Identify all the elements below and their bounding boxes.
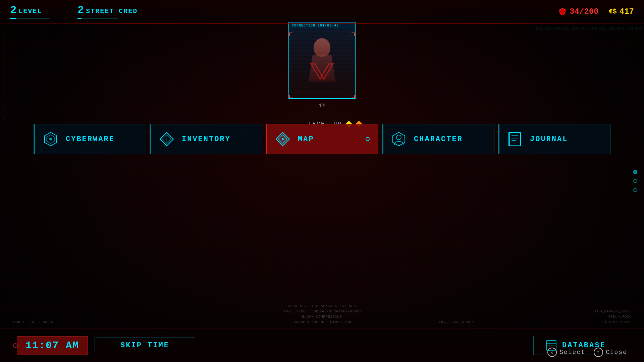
svg-point-9	[282, 138, 284, 140]
footer-right-data: OPEN_N.ROOM SYSTEM_PENDING	[594, 314, 631, 325]
street-cred-label: STREET CRED	[86, 7, 138, 15]
street-cred-number: 2	[77, 4, 84, 16]
left-edge-decoration: 1010 0101 1100 0011 1010 0101 1100 0011 …	[2, 34, 12, 328]
binary-text-right: 1010 0101 1100 0011 1010 0101 1100 0011 …	[535, 27, 642, 32]
footer-info-left: MODEL LINE L200/A	[13, 320, 53, 325]
cyberware-button[interactable]: CYBERWARE	[34, 124, 146, 154]
footer-center: PARA WIRE : BLACKJACK-441-BSA TRAIL TYPE…	[282, 304, 362, 325]
health-display: 34/200	[558, 7, 598, 16]
close-label: Close	[606, 349, 627, 356]
model-line-text: MODEL LINE L200/A	[13, 320, 53, 325]
portrait-percent: 1%	[288, 103, 356, 109]
select-label: Select	[559, 349, 585, 356]
character-button[interactable]: CHARACTER	[382, 124, 494, 154]
time-display: 11:07 AM	[17, 336, 88, 355]
bottom-controls: ✕ Select ○ Close	[547, 348, 627, 357]
footer-trn: TRN_TLCAS_R0R051	[439, 320, 476, 325]
map-button[interactable]: MAP	[266, 124, 378, 154]
select-control: ✕ Select	[547, 348, 585, 357]
street-cred-progress-bar	[77, 18, 118, 19]
binary-text-left: 1010 0101 1100 0011 1010 0101 1100 0011 …	[2, 34, 5, 136]
edge-dot-3	[633, 188, 637, 192]
money-icon: €$	[609, 8, 617, 15]
journal-label: JOURNAL	[530, 135, 568, 143]
inventory-label: INVENTORY	[182, 135, 231, 143]
corner-tr	[352, 33, 355, 36]
close-icon[interactable]: ○	[594, 348, 603, 357]
health-value: 34/200	[570, 7, 598, 16]
street-cred-progress-fill	[77, 18, 82, 19]
character-label: CHARACTER	[414, 135, 463, 143]
cyberware-icon	[42, 131, 59, 147]
skip-time-button[interactable]: SKIP TIME	[95, 338, 195, 353]
edge-dot-2	[633, 179, 637, 183]
corner-bl	[289, 95, 292, 98]
right-edge-dots	[633, 170, 637, 192]
money-display: €$ 417	[609, 7, 634, 16]
corner-br	[352, 95, 355, 98]
map-label: MAP	[298, 135, 314, 143]
level-label: LEVEL	[18, 7, 42, 15]
menu-row: CYBERWARE INVENTORY MAP CHARACTER	[34, 124, 610, 154]
inventory-icon	[158, 131, 175, 147]
svg-point-2	[49, 138, 52, 140]
footer-center-text: PARA WIRE : BLACKJACK-441-BSA TRAIL TYPE…	[282, 304, 362, 325]
map-active-dot	[366, 137, 370, 141]
close-control: ○ Close	[594, 348, 627, 357]
inventory-button[interactable]: INVENTORY	[150, 124, 262, 154]
corner-tl	[289, 33, 292, 36]
journal-button[interactable]: JOURNAL	[498, 124, 610, 154]
svg-point-11	[396, 135, 401, 140]
trn-text: TRN_TLCAS_R0R051	[439, 320, 476, 325]
bottom-bar: 11:07 AM SKIP TIME DATABASE	[0, 328, 644, 362]
svg-rect-16	[508, 132, 510, 146]
level-badge: 2 LEVEL	[10, 4, 50, 19]
character-icon	[390, 131, 407, 147]
select-icon[interactable]: ✕	[547, 348, 557, 357]
footer-right-info: TASK_MANAGER_S0115 OPEN_N.ROOM SYSTEM_PE…	[594, 309, 631, 325]
cyberware-label: CYBERWARE	[66, 135, 115, 143]
portrait-frame: CONNECTION 281/89.43	[288, 22, 356, 99]
top-bar: 2 LEVEL 2 STREET CRED 34/200	[0, 0, 644, 23]
journal-icon	[506, 131, 523, 147]
level-progress-bar	[10, 18, 50, 19]
portrait-inner	[289, 29, 355, 91]
money-value: 417	[620, 7, 634, 16]
edge-dot-1	[633, 170, 637, 174]
top-right-hud: 34/200 €$ 417	[558, 7, 634, 16]
health-icon	[558, 7, 567, 16]
task-manager-text: TASK_MANAGER_S0115	[594, 309, 631, 314]
map-icon	[274, 131, 291, 147]
svg-rect-12	[509, 132, 521, 146]
level-number: 2	[10, 4, 16, 16]
level-progress-fill	[10, 18, 16, 19]
portrait-container: CONNECTION 281/89.43	[288, 22, 356, 99]
street-cred-badge: 2 STREET CRED	[64, 4, 138, 19]
